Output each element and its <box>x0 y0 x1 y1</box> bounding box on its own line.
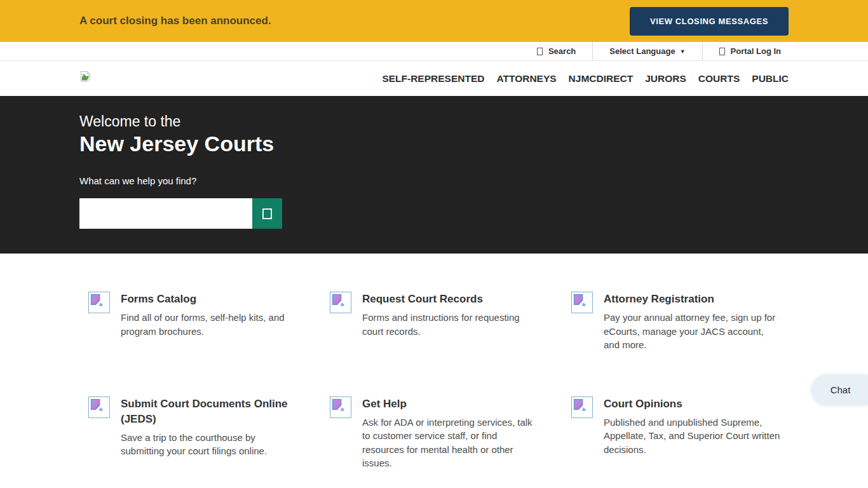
site-logo[interactable] <box>79 71 92 83</box>
card-description: Save a trip to the courthouse by submitt… <box>121 431 297 458</box>
search-icon <box>537 48 543 55</box>
card-description: Ask for ADA or interpreting services, ta… <box>362 416 539 470</box>
card-title[interactable]: Submit Court Documents Online (JEDS) <box>121 396 297 427</box>
card-description: Pay your annual attorney fee, sign up fo… <box>604 311 780 352</box>
card-description: Published and unpublished Supreme, Appel… <box>604 416 780 457</box>
broken-image-icon <box>79 71 92 83</box>
chevron-down-icon: ▼ <box>680 48 686 55</box>
search-icon <box>262 208 272 219</box>
page-title: New Jersey Courts <box>79 131 789 156</box>
broken-image-icon <box>330 292 351 313</box>
broken-image-icon <box>571 396 593 418</box>
quick-links-grid: Forms Catalog Find all of our forms, sel… <box>88 292 868 470</box>
hero-search-bar <box>79 198 789 229</box>
portal-login[interactable]: Portal Log In <box>702 42 789 60</box>
chat-button[interactable]: Chat <box>811 374 868 405</box>
card-title[interactable]: Request Court Records <box>362 292 539 307</box>
card-description: Forms and instructions for requesting co… <box>362 311 539 338</box>
card-description: Find all of our forms, self-help kits, a… <box>121 311 297 338</box>
card-submit-court-documents-jeds[interactable]: Submit Court Documents Online (JEDS) Sav… <box>88 396 330 470</box>
language-selector-label: Select Language <box>609 46 675 56</box>
alert-banner: A court closing has been announced. VIEW… <box>0 0 868 42</box>
nav-item-jurors[interactable]: JURORS <box>645 73 686 84</box>
language-selector[interactable]: Select Language ▼ <box>592 42 702 60</box>
hero-search-button[interactable] <box>252 198 282 229</box>
utility-nav: Search Select Language ▼ Portal Log In <box>0 42 868 61</box>
user-icon <box>719 48 725 55</box>
broken-image-icon <box>88 292 110 313</box>
main-nav: SELF-REPRESENTED ATTORNEYS NJMCDIRECT JU… <box>0 61 868 96</box>
card-title[interactable]: Forms Catalog <box>121 292 297 307</box>
card-title[interactable]: Get Help <box>362 396 539 412</box>
nav-item-attorneys[interactable]: ATTORNEYS <box>496 73 556 84</box>
card-get-help[interactable]: Get Help Ask for ADA or interpreting ser… <box>330 396 571 470</box>
utility-search[interactable]: Search <box>520 42 592 60</box>
hero-search-prompt: What can we help you find? <box>79 174 789 187</box>
nav-item-self-represented[interactable]: SELF-REPRESENTED <box>382 73 484 84</box>
hero-search-input[interactable] <box>79 198 252 229</box>
portal-login-label: Portal Log In <box>731 46 781 56</box>
utility-search-label: Search <box>548 46 576 56</box>
nav-item-njmcdirect[interactable]: NJMCDIRECT <box>569 73 634 84</box>
card-title[interactable]: Attorney Registration <box>604 292 780 307</box>
broken-image-icon <box>88 396 110 418</box>
nav-item-courts[interactable]: COURTS <box>698 73 740 84</box>
primary-nav-links: SELF-REPRESENTED ATTORNEYS NJMCDIRECT JU… <box>382 73 789 85</box>
hero-section: Welcome to the New Jersey Courts What ca… <box>0 96 868 254</box>
hero-welcome-line: Welcome to the <box>79 112 789 131</box>
card-forms-catalog[interactable]: Forms Catalog Find all of our forms, sel… <box>88 292 330 352</box>
chat-button-label: Chat <box>831 384 851 395</box>
alert-message: A court closing has been announced. <box>79 15 271 27</box>
broken-image-icon <box>571 292 593 313</box>
card-attorney-registration[interactable]: Attorney Registration Pay your annual at… <box>571 292 813 352</box>
broken-image-icon <box>330 396 351 418</box>
view-closing-messages-button[interactable]: VIEW CLOSING MESSAGES <box>630 7 789 36</box>
card-title[interactable]: Court Opinions <box>604 396 780 412</box>
nav-item-public[interactable]: PUBLIC <box>752 73 789 84</box>
card-request-court-records[interactable]: Request Court Records Forms and instruct… <box>330 292 571 352</box>
card-court-opinions[interactable]: Court Opinions Published and unpublished… <box>571 396 813 470</box>
